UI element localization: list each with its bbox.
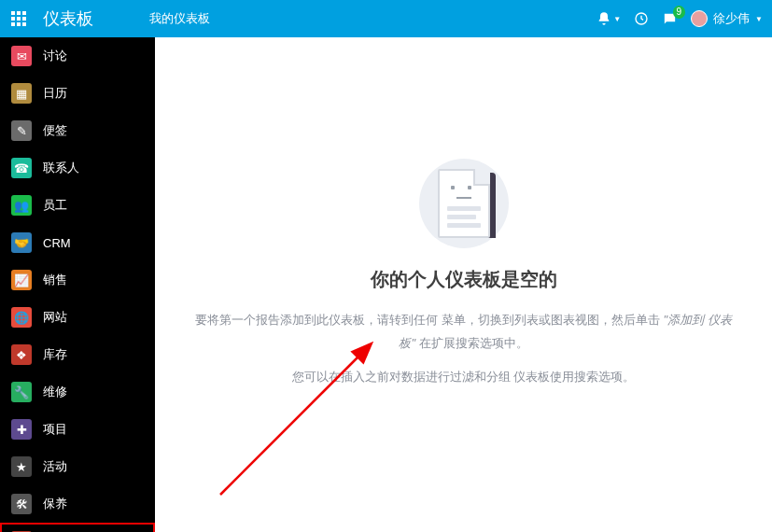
sidebar-item-icon: ▦: [11, 83, 32, 104]
sidebar-item-icon: ★: [11, 456, 32, 477]
main-content: 你的个人仪表板是空的 要将第一个报告添加到此仪表板，请转到任何 菜单，切换到列表…: [155, 37, 772, 532]
sidebar-item-label: 库存: [43, 346, 67, 363]
sidebar-item-icon: 🛠: [11, 494, 32, 514]
sidebar-item-5[interactable]: 🤝CRM: [0, 224, 155, 261]
sidebar-item-7[interactable]: 🌐网站: [0, 299, 155, 336]
sidebar-item-label: 讨论: [43, 48, 67, 64]
sidebar-item-label: 项目: [43, 421, 67, 438]
empty-dashboard-illustration: [419, 159, 509, 248]
sidebar-item-1[interactable]: ▦日历: [0, 75, 155, 112]
sidebar-item-label: 维修: [43, 384, 67, 400]
sidebar-item-label: 日历: [43, 85, 67, 102]
activity-button[interactable]: [634, 11, 649, 26]
apps-grid-button[interactable]: [0, 0, 37, 37]
caret-down-icon: ▼: [755, 15, 763, 23]
sidebar-item-9[interactable]: 🔧维修: [0, 373, 155, 411]
sidebar-item-icon: 🤝: [11, 232, 32, 253]
sidebar-item-icon: ☎: [11, 158, 32, 178]
sidebar-item-label: 员工: [43, 197, 67, 214]
messages-button[interactable]: 9: [662, 11, 678, 27]
sidebar: ✉讨论▦日历✎便签☎联系人👥员工🤝CRM📈销售🌐网站❖库存🔧维修✚项目★活动🛠保…: [0, 37, 155, 532]
sidebar-item-icon: 🔧: [11, 382, 32, 402]
sidebar-item-icon: 📈: [11, 270, 32, 290]
apps-grid-icon: [11, 11, 26, 26]
empty-title: 你的个人仪表板是空的: [371, 267, 557, 292]
user-menu[interactable]: 徐少伟 ▼: [691, 10, 763, 27]
sidebar-item-icon: ✉: [11, 46, 32, 66]
sidebar-item-label: 便签: [43, 122, 67, 139]
app-title: 仪表板: [43, 7, 93, 30]
empty-help-line-1: 要将第一个报告添加到此仪表板，请转到任何 菜单，切换到列表或图表视图，然后单击 …: [184, 309, 744, 355]
sidebar-item-label: 联系人: [43, 160, 79, 176]
notifications-button[interactable]: ▼: [597, 11, 621, 26]
sidebar-item-label: 网站: [43, 309, 67, 326]
sidebar-item-0[interactable]: ✉讨论: [0, 37, 155, 75]
sidebar-item-label: 活动: [43, 458, 67, 475]
sidebar-item-3[interactable]: ☎联系人: [0, 149, 155, 187]
top-header: 仪表板 我的仪表板 ▼ 9 徐少伟 ▼: [0, 0, 772, 37]
sidebar-item-13[interactable]: 📊仪表板: [0, 523, 155, 532]
username-label: 徐少伟: [713, 10, 750, 27]
sidebar-item-12[interactable]: 🛠保养: [0, 485, 155, 523]
sidebar-item-label: CRM: [43, 236, 71, 250]
tab-my-dashboard[interactable]: 我的仪表板: [149, 10, 210, 27]
bell-icon: [597, 11, 611, 26]
empty-help-line-2: 您可以在插入之前对数据进行过滤和分组 仪表板使用搜索选项。: [283, 366, 645, 389]
sidebar-item-icon: 👥: [11, 195, 32, 216]
sidebar-item-6[interactable]: 📈销售: [0, 261, 155, 299]
sidebar-item-icon: ✚: [11, 419, 32, 440]
sidebar-item-icon: ❖: [11, 344, 32, 365]
sidebar-item-icon: ✎: [11, 120, 32, 141]
sidebar-item-2[interactable]: ✎便签: [0, 112, 155, 149]
avatar: [691, 10, 708, 27]
sidebar-item-4[interactable]: 👥员工: [0, 187, 155, 224]
messages-badge: 9: [673, 6, 686, 19]
sidebar-item-label: 保养: [43, 496, 67, 512]
sidebar-item-icon: 🌐: [11, 307, 32, 328]
sidebar-item-11[interactable]: ★活动: [0, 448, 155, 485]
clock-icon: [634, 11, 649, 26]
caret-down-icon: ▼: [613, 15, 621, 23]
sidebar-item-label: 销售: [43, 272, 67, 288]
sidebar-item-8[interactable]: ❖库存: [0, 336, 155, 373]
sidebar-item-10[interactable]: ✚项目: [0, 411, 155, 448]
